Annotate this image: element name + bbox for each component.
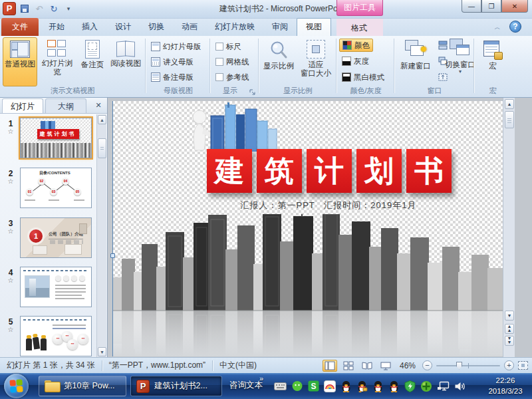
group-zoom: 显示比例 适应 窗口大小 显示比例 — [260, 36, 336, 97]
normal-view-button[interactable]: 普通视图 — [3, 37, 37, 86]
title-char-block: 筑 — [257, 149, 302, 193]
rainbow-browser-icon[interactable] — [324, 380, 336, 392]
panel-close-button[interactable]: ✕ — [93, 100, 104, 111]
vertical-scrollbar[interactable]: ▲ ▼ ▲▲ ▼▼ — [503, 98, 515, 357]
redo-button[interactable]: ↻ — [48, 3, 60, 15]
zoom-slider[interactable] — [436, 365, 500, 366]
panel-scrollbar[interactable]: ▲ ▼ — [96, 114, 106, 357]
qq-icon-1[interactable] — [340, 380, 352, 392]
taskbar-clock[interactable]: 22:26 2018/3/23 — [481, 375, 529, 396]
toolbar-chevron-icon[interactable]: » — [259, 374, 263, 382]
tab-design[interactable]: 设计 — [106, 19, 140, 36]
black-white-button[interactable]: 黑白模式 — [339, 70, 387, 84]
show-dialog-launcher[interactable] — [249, 88, 256, 95]
tab-format[interactable]: 格式 — [342, 20, 376, 37]
scroll-thumb[interactable] — [505, 111, 514, 128]
slide-thumbnail-1[interactable]: 1 ☆ 建筑计划书 — [1, 118, 96, 164]
undo-button[interactable]: ↶ — [33, 3, 45, 15]
start-button[interactable] — [4, 374, 29, 398]
slide-thumbnail-3[interactable]: 3 ☆ 1 公司（团队）介绍 — [1, 217, 96, 264]
slide-thumbnail-5[interactable]: 5 ☆ *** *** *** *** — [1, 316, 96, 362]
macros-button[interactable]: 宏 — [478, 37, 507, 86]
save-button[interactable] — [19, 3, 31, 15]
minimize-icon: — — [468, 3, 475, 10]
fit-to-window-button[interactable]: 适应 窗口大小 — [297, 37, 334, 86]
guides-checkbox[interactable]: 参考线 — [213, 70, 252, 84]
sogou-icon[interactable]: S — [308, 380, 319, 392]
switch-windows-button[interactable]: 切换窗口 ▾ — [448, 37, 473, 86]
powerpoint-app-icon[interactable]: P — [3, 2, 16, 15]
notes-page-button[interactable]: 备注页 — [77, 37, 108, 86]
color-button[interactable]: 颜色 — [339, 39, 373, 52]
panel-scroll-down-button[interactable]: ▼ — [98, 347, 106, 356]
tab-animations[interactable]: 动画 — [173, 19, 206, 36]
slide-thumbnail-4[interactable]: 4 ☆ — [1, 267, 96, 313]
slide-thumbnail-2[interactable]: 2 ☆ 目录/CONTENTS 01 02 03 04 05 — [1, 168, 96, 214]
double-triangle-down-icon: ▼▼ — [507, 336, 512, 344]
help-icon: ? — [513, 22, 517, 31]
handout-master-button[interactable]: 讲义母版 — [148, 55, 196, 68]
minus-icon: − — [425, 361, 429, 369]
qq-icon-2-briefcase[interactable] — [356, 380, 368, 392]
slide-sorter-button[interactable]: 幻灯片浏览 — [39, 37, 76, 86]
network-icon[interactable] — [437, 381, 450, 392]
picture-resize-handle-left[interactable] — [110, 253, 115, 258]
tab-view[interactable]: 视图 — [297, 18, 331, 36]
fit-slide-to-window-button[interactable] — [518, 361, 528, 370]
wechat-icon[interactable] — [291, 380, 303, 392]
tab-outline[interactable]: 大纲 — [45, 98, 86, 113]
zoom-button[interactable]: 显示比例 — [261, 37, 296, 86]
zoom-percentage[interactable]: 46% — [397, 361, 418, 370]
taskbar-toolbar-label[interactable]: 咨询文本 — [229, 380, 263, 391]
qq-icon-3[interactable] — [372, 380, 384, 392]
new-window-button[interactable]: ✹ 新建窗口 — [397, 37, 434, 86]
close-icon: ✕ — [512, 3, 517, 10]
scroll-down-button[interactable]: ▼ — [505, 311, 514, 321]
panel-scroll-up-button[interactable]: ▲ — [98, 115, 106, 124]
tab-transitions[interactable]: 切换 — [140, 19, 173, 36]
double-triangle-up-icon: ▲▲ — [507, 324, 512, 332]
magnifier-icon — [269, 40, 289, 60]
next-slide-button[interactable]: ▼▼ — [505, 336, 514, 346]
picture-tools-tag: 图片工具 — [336, 0, 383, 16]
taskbar-window-folder[interactable]: 第10章 Pow... — [39, 376, 126, 396]
minimize-ribbon-button[interactable]: ︿ — [492, 23, 503, 32]
tab-home[interactable]: 开始 — [40, 19, 73, 36]
minimize-button[interactable]: — — [462, 0, 481, 13]
reading-view-button[interactable]: 阅读视图 — [109, 37, 142, 86]
qq-icon-4[interactable] — [388, 380, 400, 392]
qat-customize-button[interactable]: ▾ — [63, 3, 74, 15]
zoom-in-button[interactable]: + — [504, 360, 514, 370]
restore-button[interactable]: ❐ — [481, 0, 501, 13]
volume-icon[interactable] — [454, 381, 466, 392]
grayscale-button[interactable]: 灰度 — [339, 55, 372, 68]
scroll-up-button[interactable]: ▲ — [505, 99, 514, 109]
tab-review[interactable]: 审阅 — [263, 19, 297, 36]
security-shield-icon[interactable] — [404, 380, 416, 392]
view-normal-button[interactable] — [323, 360, 337, 372]
slide-master-button[interactable]: 幻灯片母版 — [148, 40, 204, 53]
help-button[interactable]: ? — [509, 21, 521, 33]
view-slideshow-button[interactable] — [378, 360, 393, 372]
view-slide-sorter-button[interactable] — [341, 360, 356, 372]
notes-master-button[interactable]: 备注母版 — [148, 70, 196, 84]
title-char-block: 书 — [406, 149, 452, 193]
zoom-slider-thumb[interactable] — [456, 362, 462, 370]
taskbar-window-powerpoint[interactable]: P 建筑计划书2... — [130, 376, 222, 396]
safety-orb-icon[interactable] — [420, 380, 432, 392]
input-method-keyboard-icon[interactable] — [274, 382, 287, 391]
tab-insert[interactable]: 插入 — [73, 19, 106, 36]
tab-slides[interactable]: 幻灯片 — [2, 98, 43, 113]
slides-panel: 幻灯片 大纲 ✕ 1 ☆ 建筑计划书 — [0, 98, 108, 357]
view-reading-button[interactable] — [360, 360, 374, 372]
gridlines-checkbox[interactable]: 网格线 — [213, 55, 252, 68]
close-button[interactable]: ✕ — [501, 0, 528, 13]
tab-file[interactable]: 文件 — [1, 18, 39, 36]
tab-slideshow[interactable]: 幻灯片放映 — [206, 19, 263, 36]
previous-slide-button[interactable]: ▲▲ — [505, 324, 514, 334]
panel-scroll-thumb[interactable] — [98, 138, 106, 158]
slide-picture[interactable]: 建 筑 计 划 书 汇报人：第一PPT 汇报时间：2019年1月 — [112, 101, 507, 356]
zoom-out-button[interactable]: − — [422, 360, 432, 370]
language-indicator[interactable]: 中文(中国) — [213, 360, 263, 371]
ruler-checkbox[interactable]: 标尺 — [213, 40, 244, 53]
